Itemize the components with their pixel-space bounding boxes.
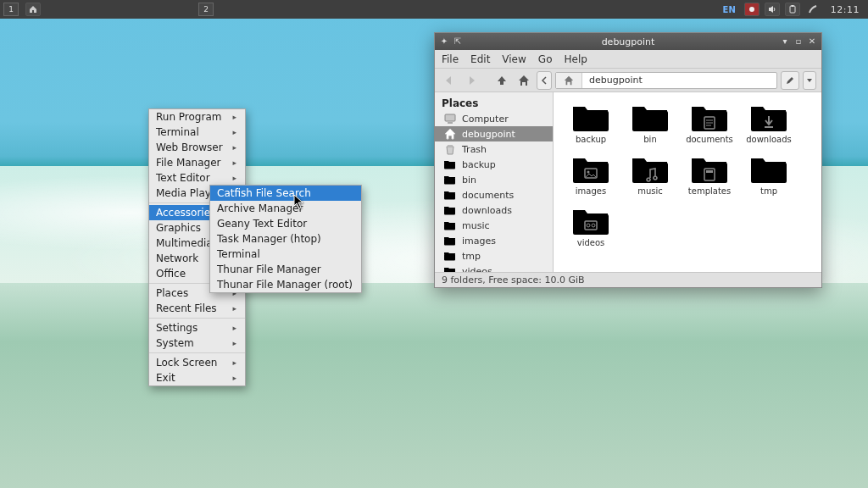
sidebar-item-label: videos [462, 266, 492, 273]
folder-item[interactable]: videos [565, 204, 616, 247]
submenu-item[interactable]: Task Manager (htop) [210, 231, 361, 247]
file-grid[interactable]: backupbindocumentsdownloadsimagesmusicte… [554, 92, 821, 272]
menu-item-label: Graphics [156, 222, 201, 234]
sidebar-item[interactable]: music [435, 218, 553, 233]
sidebar-item[interactable]: videos [435, 263, 553, 272]
sidebar-item[interactable]: documents [435, 187, 553, 202]
sidebar-item-label: music [462, 220, 490, 231]
sidebar-item-label: images [462, 236, 496, 247]
window-close-icon[interactable]: ✕ [806, 35, 818, 47]
window-shade-icon[interactable]: ⇱ [452, 35, 464, 47]
folder-item[interactable]: documents [684, 101, 735, 144]
window-titlebar[interactable]: ✦ ⇱ debugpoint ▾ ▫ ✕ [435, 33, 821, 50]
nav-back-icon[interactable] [440, 71, 459, 90]
path-crumb-current[interactable]: debugpoint [582, 73, 649, 88]
panel-right: EN 12:11 [720, 3, 865, 16]
menu-item-label: Accessories [156, 207, 215, 219]
sidebar-item-label: bin [462, 175, 476, 186]
folder-label: tmp [760, 186, 777, 196]
location-bar[interactable]: debugpoint [555, 72, 777, 89]
folder-icon [570, 204, 611, 236]
menu-item[interactable]: Exit▸ [149, 370, 245, 385]
sidebar-item[interactable]: Computer [435, 111, 553, 126]
folder-item[interactable]: backup [565, 101, 616, 144]
submenu-item[interactable]: Thunar File Manager (root) [210, 277, 361, 292]
workspace-2[interactable]: 2 [198, 3, 214, 16]
tray-record-icon[interactable] [744, 3, 760, 16]
menu-item-label: Exit [156, 372, 175, 384]
top-panel: 1 2 EN 12:11 [0, 0, 868, 19]
places-sidebar: Places ComputerdebugpointTrashbackupbind… [435, 92, 554, 272]
sidebar-item[interactable]: Trash [435, 141, 553, 157]
folder-item[interactable]: templates [684, 152, 735, 196]
folder-item[interactable]: tmp [743, 152, 794, 196]
sidebar-item[interactable]: debugpoint [435, 126, 553, 141]
sidebar-item[interactable]: images [435, 233, 553, 248]
menu-item-label: Multimedia [156, 237, 213, 249]
keyboard-language[interactable]: EN [720, 5, 739, 14]
menu-item[interactable]: Run Program▸ [149, 109, 245, 125]
submenu-item[interactable]: Geany Text Editor [210, 216, 361, 231]
folder-icon [443, 204, 457, 216]
folder-icon [689, 152, 730, 185]
menu-item[interactable]: Text Editor▸ [149, 170, 245, 186]
submenu-item[interactable]: Archive Manager [210, 201, 361, 216]
panel-clock[interactable]: 12:11 [826, 4, 865, 15]
submenu-item[interactable]: Terminal [210, 247, 361, 262]
submenu-arrow-icon: ▸ [233, 113, 237, 121]
menubar-item[interactable]: View [502, 53, 526, 65]
folder-icon [443, 189, 457, 201]
submenu-item[interactable]: Catfish File Search [210, 186, 361, 201]
submenu-item[interactable]: Thunar File Manager [210, 262, 361, 277]
menu-item[interactable]: Settings▸ [149, 320, 245, 336]
window-pin-icon[interactable]: ✦ [438, 35, 450, 47]
sidebar-item[interactable]: downloads [435, 202, 553, 218]
folder-item[interactable]: images [565, 152, 616, 196]
folder-item[interactable]: music [625, 152, 676, 196]
menu-item-label: Recent Files [156, 302, 217, 314]
folder-item[interactable]: bin [625, 101, 676, 144]
menu-item[interactable]: Terminal▸ [149, 125, 245, 140]
menubar-item[interactable]: Help [564, 53, 587, 65]
tray-clipboard-icon[interactable] [785, 3, 800, 16]
submenu-arrow-icon: ▸ [233, 143, 237, 152]
file-manager-window: ✦ ⇱ debugpoint ▾ ▫ ✕ FileEditViewGoHelp [434, 32, 822, 288]
sidebar-item[interactable]: tmp [435, 248, 553, 263]
menubar-item[interactable]: Go [538, 53, 553, 65]
tray-settings-icon[interactable] [805, 3, 821, 16]
menu-item[interactable]: Recent Files▸ [149, 301, 245, 316]
nav-home-icon[interactable] [515, 71, 533, 90]
menu-item-label: Network [156, 252, 198, 264]
menu-item[interactable]: System▸ [149, 336, 245, 351]
home-icon [443, 128, 457, 140]
workspace-1[interactable]: 1 [3, 3, 19, 16]
submenu-item-label: Geany Text Editor [217, 218, 307, 230]
folder-icon [443, 219, 457, 231]
nav-up-icon[interactable] [492, 71, 511, 90]
menu-item[interactable]: File Manager▸ [149, 155, 245, 170]
menubar-item[interactable]: Edit [470, 53, 490, 65]
svg-rect-2 [791, 5, 793, 7]
path-edit-icon[interactable] [781, 71, 799, 90]
home-indicator[interactable] [25, 3, 41, 16]
menu-item[interactable]: Web Browser▸ [149, 140, 245, 155]
menubar-item[interactable]: File [442, 53, 459, 65]
panel-left: 1 2 [3, 3, 215, 16]
path-crumb-home-icon[interactable] [556, 73, 582, 88]
folder-label: images [576, 186, 606, 196]
svg-rect-1 [790, 6, 795, 13]
folder-label: documents [686, 135, 733, 144]
tray-volume-icon[interactable] [765, 3, 780, 16]
sidebar-item[interactable]: bin [435, 172, 553, 187]
menu-item-label: Places [156, 287, 188, 299]
folder-icon [630, 101, 670, 133]
menu-item-label: Run Program [156, 111, 221, 123]
nav-forward-icon[interactable] [462, 71, 481, 90]
menu-item[interactable]: Lock Screen▸ [149, 355, 245, 370]
window-minimize-icon[interactable]: ▾ [779, 35, 791, 47]
window-maximize-icon[interactable]: ▫ [793, 35, 804, 47]
folder-item[interactable]: downloads [743, 101, 794, 144]
path-dropdown-icon[interactable] [803, 71, 816, 90]
sidebar-item[interactable]: backup [435, 157, 553, 172]
path-back-crumb-icon[interactable] [537, 71, 552, 90]
